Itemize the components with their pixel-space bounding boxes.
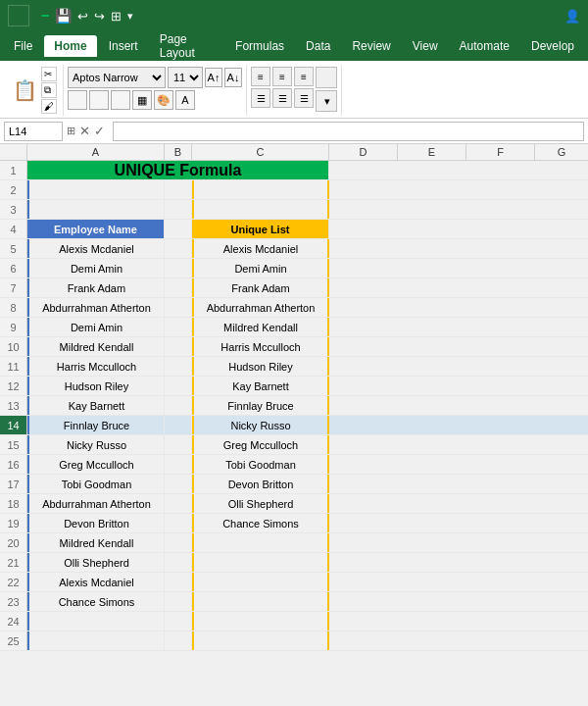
cell-b[interactable] xyxy=(165,553,192,572)
cell-a[interactable] xyxy=(27,631,165,650)
cell-c[interactable]: Tobi Goodman xyxy=(192,455,329,474)
cell-c[interactable] xyxy=(192,180,329,199)
cell-b[interactable] xyxy=(165,573,192,591)
cell-b[interactable] xyxy=(165,180,192,199)
align-right-button[interactable]: ☰ xyxy=(294,88,314,108)
italic-button[interactable] xyxy=(89,90,109,110)
cell-c[interactable]: Harris Mcculloch xyxy=(192,337,329,356)
table-row[interactable]: 1UNIQUE Formula xyxy=(0,161,588,180)
cell-a[interactable] xyxy=(27,180,165,199)
cell-c[interactable]: Unique List xyxy=(192,220,329,238)
cell-b[interactable] xyxy=(165,298,192,317)
cell-a[interactable]: Alexis Mcdaniel xyxy=(27,573,165,591)
menu-data[interactable]: Data xyxy=(296,35,340,57)
cell-b[interactable] xyxy=(165,200,192,219)
cell-a[interactable]: Frank Adam xyxy=(27,278,165,297)
table-row[interactable]: 19Devon BrittonChance Simons xyxy=(0,514,588,533)
cell-a[interactable]: Alexis Mcdaniel xyxy=(27,239,165,258)
undo-icon[interactable]: ↩ xyxy=(77,9,88,24)
cell-b[interactable] xyxy=(165,239,192,258)
account-icon[interactable]: 👤 xyxy=(564,9,580,24)
table-row[interactable]: 24 xyxy=(0,612,588,631)
font-size-select[interactable]: 11 xyxy=(168,67,203,88)
cell-b[interactable] xyxy=(165,259,192,277)
cell-a[interactable] xyxy=(27,200,165,219)
cell-c[interactable]: Chance Simons xyxy=(192,514,329,532)
cell-c[interactable] xyxy=(192,553,329,572)
cell-c[interactable]: Olli Shepherd xyxy=(192,494,329,513)
cancel-icon[interactable]: ✕ xyxy=(79,124,90,138)
cell-b[interactable] xyxy=(165,396,192,415)
cell-b[interactable] xyxy=(165,455,192,474)
menu-view[interactable]: View xyxy=(403,35,448,57)
menu-automate[interactable]: Automate xyxy=(450,35,519,57)
expand-icon[interactable]: ⊞ xyxy=(67,125,75,137)
cell-c[interactable] xyxy=(192,592,329,611)
table-row[interactable]: 7Frank AdamFrank Adam xyxy=(0,278,588,298)
format-painter-button[interactable]: 🖌 xyxy=(41,99,57,114)
autosave-toggle[interactable] xyxy=(41,15,49,17)
save-icon[interactable]: 💾 xyxy=(55,8,72,24)
cell-b[interactable] xyxy=(165,357,192,376)
menu-insert[interactable]: Insert xyxy=(99,35,148,57)
cell-a[interactable]: Abdurrahman Atherton xyxy=(27,494,165,513)
menu-file[interactable]: File xyxy=(4,35,42,57)
cell-a[interactable]: Devon Britton xyxy=(27,514,165,532)
cell-b[interactable] xyxy=(165,318,192,336)
table-row[interactable]: 3 xyxy=(0,200,588,220)
cell-c[interactable] xyxy=(192,612,329,630)
cell-b[interactable] xyxy=(165,337,192,356)
table-row[interactable]: 6Demi AminDemi Amin xyxy=(0,259,588,278)
cell-b[interactable] xyxy=(165,416,192,434)
cell-b[interactable] xyxy=(165,533,192,552)
paste-button[interactable]: 📋 xyxy=(10,76,39,105)
table-row[interactable]: 21Olli Shepherd xyxy=(0,553,588,573)
cell-c[interactable]: Greg Mcculloch xyxy=(192,435,329,454)
cell-b[interactable] xyxy=(165,278,192,297)
menu-review[interactable]: Review xyxy=(342,35,400,57)
align-top-right-button[interactable]: ≡ xyxy=(294,67,314,86)
col-header-d[interactable]: D xyxy=(329,144,398,160)
cell-b[interactable] xyxy=(165,377,192,395)
col-header-f[interactable]: F xyxy=(466,144,535,160)
cell-a[interactable]: Tobi Goodman xyxy=(27,475,165,493)
cell-a[interactable]: Abdurrahman Atherton xyxy=(27,298,165,317)
cell-a[interactable]: Kay Barnett xyxy=(27,396,165,415)
decrease-font-button[interactable]: A↓ xyxy=(224,68,242,87)
cell-a[interactable]: Mildred Kendall xyxy=(27,337,165,356)
cell-c[interactable] xyxy=(192,200,329,219)
table-row[interactable]: 12Hudson RileyKay Barnett xyxy=(0,377,588,396)
table-row[interactable]: 14Finnlay BruceNicky Russo xyxy=(0,416,588,435)
cell-c[interactable]: Nicky Russo xyxy=(192,416,329,434)
more-icon[interactable]: ▾ xyxy=(127,10,133,23)
align-left-button[interactable]: ☰ xyxy=(251,88,270,108)
menu-formulas[interactable]: Formulas xyxy=(225,35,294,57)
cell-c[interactable] xyxy=(192,533,329,552)
cell-b[interactable] xyxy=(165,592,192,611)
align-center-button[interactable]: ☰ xyxy=(272,88,292,108)
bold-button[interactable] xyxy=(68,90,87,110)
col-header-c[interactable]: C xyxy=(192,144,329,160)
table-row[interactable]: 20Mildred Kendall xyxy=(0,533,588,553)
cell-b[interactable] xyxy=(165,494,192,513)
table-row[interactable]: 23Chance Simons xyxy=(0,592,588,612)
menu-pagelayout[interactable]: Page Layout xyxy=(150,28,223,64)
table-row[interactable]: 16Greg MccullochTobi Goodman xyxy=(0,455,588,475)
cell-a[interactable]: Chance Simons xyxy=(27,592,165,611)
font-color-button[interactable]: A xyxy=(175,90,195,110)
cell-c[interactable]: Devon Britton xyxy=(192,475,329,493)
cell-a[interactable]: Finnlay Bruce xyxy=(27,416,165,434)
cut-button[interactable]: ✂ xyxy=(41,67,57,81)
increase-font-button[interactable]: A↑ xyxy=(205,68,222,87)
formula-input[interactable] xyxy=(113,122,584,141)
table-row[interactable]: 17Tobi GoodmanDevon Britton xyxy=(0,475,588,494)
cell-a[interactable]: Harris Mcculloch xyxy=(27,357,165,376)
align-top-left-button[interactable]: ≡ xyxy=(251,67,270,86)
table-row[interactable]: 25 xyxy=(0,631,588,651)
font-name-select[interactable]: Aptos Narrow xyxy=(68,67,166,88)
cell-b[interactable] xyxy=(165,220,192,238)
col-header-a[interactable]: A xyxy=(27,144,165,160)
confirm-icon[interactable]: ✓ xyxy=(94,124,105,138)
table-row[interactable]: 22Alexis Mcdaniel xyxy=(0,573,588,592)
cell-a[interactable]: Hudson Riley xyxy=(27,377,165,395)
